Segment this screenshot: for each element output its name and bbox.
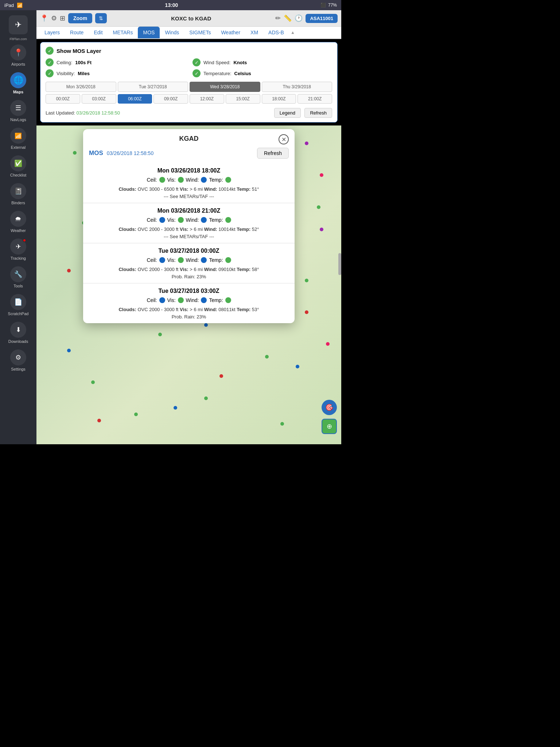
forecast-detail-2: Clouds: OVC 2000 - 3000 ft Vis: > 6 mi W…: [89, 266, 289, 280]
scroll-indicator: [338, 253, 341, 275]
temp-label-0: Temp:: [209, 177, 223, 183]
ceil-dot-0: [159, 177, 165, 183]
edit-icon[interactable]: ✏: [275, 14, 281, 22]
mos-show-label: Show MOS Layer: [57, 48, 101, 54]
ceiling-value: 100s Ft: [75, 60, 92, 65]
forecast-indicators-0: Ceil: Vis: Wind: Temp:: [89, 177, 289, 183]
date-tab-wed328[interactable]: Wed 3/28/2018: [190, 82, 260, 92]
date-tab-tue327[interactable]: Tue 3/27/2018: [118, 82, 188, 92]
time-tab-0900z[interactable]: 09:00Z: [153, 94, 188, 104]
sidebar-item-downloads[interactable]: ⬇ Downloads: [0, 319, 36, 347]
tab-mos[interactable]: MOS: [138, 27, 160, 39]
wind-label-2: Wind:: [186, 257, 199, 263]
asa-badge[interactable]: ASA11001: [306, 14, 338, 23]
time-tab-0600z[interactable]: 06:00Z: [118, 94, 152, 104]
tab-edit[interactable]: Edit: [89, 27, 108, 39]
sidebar-label-airports: Airports: [11, 62, 25, 66]
sidebar-item-external[interactable]: 📶 External: [0, 125, 36, 152]
tab-layers[interactable]: Layers: [39, 27, 65, 39]
sidebar-label-checklist: Checklist: [10, 173, 27, 177]
vis-label-2: Vis:: [167, 257, 176, 263]
ceil-label-0: Ceil:: [147, 177, 157, 183]
wind-dot-2: [201, 257, 207, 263]
sort-button[interactable]: ⇅: [95, 13, 107, 23]
time-tab-1200z[interactable]: 12:00Z: [190, 94, 224, 104]
time-tab-0000z[interactable]: 00:00Z: [46, 94, 80, 104]
vis-dot-3: [178, 297, 184, 303]
last-updated-text: Last Updated: 03/26/2018 12:58:50: [46, 110, 120, 116]
mos-panel: ✓ Show MOS Layer ✓ Ceiling: 100s Ft ✓ Wi…: [40, 42, 338, 123]
date-tab-mon326[interactable]: Mon 3/26/2018: [46, 82, 116, 92]
forecast-time-3: Tue 03/27/2018 03:00Z: [89, 288, 289, 294]
device-label: iPad: [4, 3, 14, 8]
ceil-label-3: Ceil:: [147, 297, 157, 303]
mos-option-ceiling: ✓ Ceiling: 100s Ft: [46, 58, 185, 66]
ceiling-checkbox[interactable]: ✓: [46, 58, 54, 66]
sidebar-item-navlogs[interactable]: ☰ NavLogs: [0, 97, 36, 125]
windspeed-checkbox[interactable]: ✓: [192, 58, 201, 66]
vis-label-3: Vis:: [167, 297, 176, 303]
tab-sigmets[interactable]: SIGMETs: [184, 27, 216, 39]
vis-dot-1: [178, 217, 184, 223]
sidebar-item-weather[interactable]: 🌧 Weather: [0, 208, 36, 236]
mos-show-checkbox[interactable]: ✓: [46, 47, 54, 55]
nav-tabs: Layers Route Edit METARs MOS Winds SIGME…: [36, 27, 341, 39]
sidebar-item-tools[interactable]: 🔧 Tools: [0, 263, 36, 291]
tab-arrow: ▲: [289, 27, 296, 38]
compass-button[interactable]: ⊕: [322, 419, 337, 434]
forecast-detail-1: Clouds: OVC 2000 - 3000 ft Vis: > 6 mi W…: [89, 226, 289, 240]
sidebar-item-binders[interactable]: 📓 Binders: [0, 180, 36, 208]
time-tab-0300z[interactable]: 03:00Z: [82, 94, 116, 104]
legend-button[interactable]: Legend: [274, 108, 301, 118]
kgad-modal: KGAD ✕ MOS 03/26/2018 12:58:50 Refresh: [83, 129, 295, 323]
wind-label-0: Wind:: [186, 177, 199, 183]
sidebar-label-settings: Settings: [11, 367, 26, 371]
windspeed-label: Wind Speed:: [203, 60, 230, 65]
temperature-checkbox[interactable]: ✓: [192, 69, 201, 77]
location-icon[interactable]: 📍: [40, 14, 48, 22]
battery-label: 77%: [328, 3, 337, 8]
forecast-time-0: Mon 03/26/2018 18:00Z: [89, 167, 289, 174]
tab-metars[interactable]: METARs: [108, 27, 138, 39]
sidebar-item-tracking[interactable]: ✈ Tracking: [0, 236, 36, 263]
grid-icon[interactable]: ⊞: [60, 14, 65, 22]
modal-mos-timestamp: 03/26/2018 12:58:50: [107, 150, 153, 156]
sidebar-item-checklist[interactable]: ✅ Checklist: [0, 152, 36, 180]
settings-icon[interactable]: ⚙: [51, 14, 57, 22]
ruler-icon[interactable]: 📏: [284, 14, 292, 22]
sidebar-item-airports[interactable]: 📍 Airports: [0, 42, 36, 69]
visibility-checkbox[interactable]: ✓: [46, 69, 54, 77]
vis-label-0: Vis:: [167, 177, 176, 183]
sidebar-label-tracking: Tracking: [11, 256, 26, 260]
temperature-value: Celsius: [234, 71, 251, 76]
sidebar-item-settings[interactable]: ⚙ Settings: [0, 347, 36, 374]
status-bar: iPad 📶 13:00 ⬛ 77%: [0, 0, 341, 10]
last-updated-value: 03/26/2018 12:58:50: [77, 110, 120, 116]
date-tabs: Mon 3/26/2018 Tue 3/27/2018 Wed 3/28/201…: [46, 82, 332, 92]
tab-route[interactable]: Route: [65, 27, 89, 39]
sidebar-item-scratchpad[interactable]: 📄 ScratchPad: [0, 291, 36, 319]
tab-weather[interactable]: Weather: [216, 27, 245, 39]
map-area[interactable]: KGAD ✕ MOS 03/26/2018 12:58:50 Refresh: [36, 125, 341, 444]
sidebar: ✈ FltPlan.com 📍 Airports 🌐 Maps ☰ NavLog…: [0, 10, 36, 444]
gps-button[interactable]: 🎯: [322, 400, 337, 415]
clock-icon[interactable]: 🕐: [295, 14, 303, 22]
mos-option-visibility: ✓ Visibility: Miles: [46, 69, 185, 77]
modal-refresh-button[interactable]: Refresh: [257, 148, 289, 159]
date-tab-thu329[interactable]: Thu 3/29/2018: [262, 82, 332, 92]
tab-adsb[interactable]: ADS-B: [263, 27, 289, 39]
zoom-button[interactable]: Zoom: [68, 13, 92, 23]
time-tab-2100z[interactable]: 21:00Z: [298, 94, 332, 104]
bluetooth-icon: ⬛: [320, 3, 326, 8]
sidebar-item-fltplan[interactable]: ✈ FltPlan.com: [0, 12, 36, 42]
time-tab-1800z[interactable]: 18:00Z: [262, 94, 296, 104]
tab-winds[interactable]: Winds: [160, 27, 184, 39]
wind-dot-0: [201, 177, 207, 183]
modal-close-button[interactable]: ✕: [279, 134, 289, 144]
forecast-block-3: Tue 03/27/2018 03:00Z Ceil: Vis: Wind: T…: [83, 283, 295, 323]
time-tab-1500z[interactable]: 15:00Z: [226, 94, 260, 104]
tab-xm[interactable]: XM: [245, 27, 263, 39]
sidebar-item-maps[interactable]: 🌐 Maps: [0, 69, 36, 97]
forecast-detail-0: Clouds: OVC 3000 - 6500 ft Vis: > 6 mi W…: [89, 186, 289, 200]
refresh-button[interactable]: Refresh: [304, 108, 332, 118]
